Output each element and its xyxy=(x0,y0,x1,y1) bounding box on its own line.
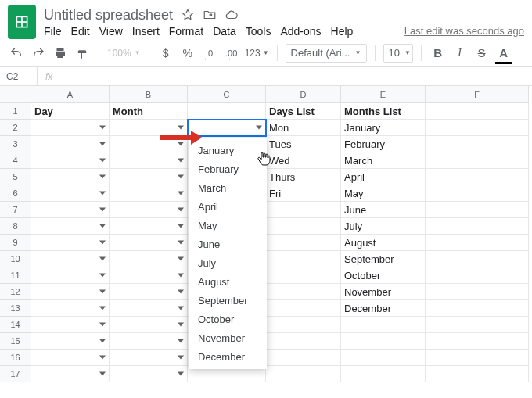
cell-D1[interactable]: Days List xyxy=(266,103,341,120)
cell-C1[interactable] xyxy=(188,103,266,120)
cell-D16[interactable] xyxy=(266,350,341,366)
move-folder-icon[interactable] xyxy=(203,8,217,22)
dropdown-arrow-icon[interactable] xyxy=(99,192,106,195)
dropdown-option[interactable]: May xyxy=(189,216,267,235)
cell-B2[interactable] xyxy=(110,120,188,136)
cell-E6[interactable]: May xyxy=(341,185,426,202)
dropdown-arrow-icon[interactable] xyxy=(99,241,106,245)
col-header[interactable]: F xyxy=(426,86,529,103)
dropdown-option[interactable]: June xyxy=(189,235,267,253)
cell-A4[interactable] xyxy=(31,152,110,169)
cell-D6[interactable]: Fri xyxy=(266,185,341,202)
dropdown-arrow-icon[interactable] xyxy=(99,159,106,163)
cell-D9[interactable] xyxy=(266,235,341,251)
dropdown-arrow-icon[interactable] xyxy=(99,224,106,228)
cell-D10[interactable] xyxy=(266,251,341,267)
last-edit-link[interactable]: Last edit was seconds ago xyxy=(404,25,524,37)
row-header[interactable]: 9 xyxy=(0,235,31,251)
cell-A7[interactable] xyxy=(31,202,110,218)
row-header[interactable]: 3 xyxy=(0,136,31,152)
increase-decimal-button[interactable]: .00→ xyxy=(223,45,240,62)
cell-F5[interactable] xyxy=(426,169,529,185)
cell-F7[interactable] xyxy=(426,202,529,218)
row-header[interactable]: 2 xyxy=(0,120,31,136)
dropdown-arrow-icon[interactable] xyxy=(178,339,184,343)
cell-A10[interactable] xyxy=(31,251,110,267)
cell-A16[interactable] xyxy=(31,350,110,366)
dropdown-arrow-icon[interactable] xyxy=(178,241,184,245)
undo-button[interactable] xyxy=(8,45,25,62)
dropdown-arrow-icon[interactable] xyxy=(99,175,106,179)
cell-B11[interactable] xyxy=(110,267,188,284)
dropdown-arrow-icon[interactable] xyxy=(256,126,262,130)
dropdown-arrow-icon[interactable] xyxy=(99,356,106,360)
dropdown-arrow-icon[interactable] xyxy=(178,274,184,278)
cell-B4[interactable] xyxy=(110,152,188,169)
cell-A13[interactable] xyxy=(31,300,110,317)
cell-B1[interactable]: Month xyxy=(110,103,188,120)
strikethrough-button[interactable]: S xyxy=(473,45,491,62)
cell-A17[interactable] xyxy=(31,366,110,382)
col-header[interactable]: A xyxy=(31,86,110,103)
dropdown-option[interactable]: October xyxy=(189,310,267,328)
cell-F1[interactable] xyxy=(426,103,529,120)
cell-D5[interactable]: Thurs xyxy=(266,169,341,185)
cell-B15[interactable] xyxy=(110,333,188,350)
dropdown-arrow-icon[interactable] xyxy=(99,323,106,327)
cell-E7[interactable]: June xyxy=(341,202,426,218)
bold-button[interactable]: B xyxy=(430,45,447,62)
dropdown-option[interactable]: September xyxy=(189,291,267,310)
cell-E1[interactable]: Months List xyxy=(341,103,426,120)
dropdown-option[interactable]: July xyxy=(189,253,267,272)
col-header[interactable]: D xyxy=(266,86,341,103)
menu-tools[interactable]: Tools xyxy=(246,25,271,38)
cell-F14[interactable] xyxy=(426,317,529,333)
dropdown-arrow-icon[interactable] xyxy=(178,323,184,327)
cell-B16[interactable] xyxy=(110,350,188,366)
select-all-corner[interactable] xyxy=(0,86,31,103)
cell-B12[interactable] xyxy=(110,284,188,300)
cell-D13[interactable] xyxy=(266,300,341,317)
dropdown-arrow-icon[interactable] xyxy=(99,257,106,261)
menu-file[interactable]: File xyxy=(44,25,62,38)
cell-D7[interactable] xyxy=(266,202,341,218)
cell-D12[interactable] xyxy=(266,284,341,300)
cell-F11[interactable] xyxy=(426,267,529,284)
menu-edit[interactable]: Edit xyxy=(71,25,90,38)
menu-format[interactable]: Format xyxy=(169,25,203,38)
row-header[interactable]: 10 xyxy=(0,251,31,267)
cell-B8[interactable] xyxy=(110,218,188,235)
cell-B7[interactable] xyxy=(110,202,188,218)
dropdown-option[interactable]: December xyxy=(189,347,267,366)
dropdown-arrow-icon[interactable] xyxy=(99,126,106,130)
italic-button[interactable]: I xyxy=(451,45,469,62)
row-header[interactable]: 4 xyxy=(0,152,31,169)
cell-F13[interactable] xyxy=(426,300,529,317)
dropdown-option[interactable]: February xyxy=(189,160,267,178)
row-header[interactable]: 14 xyxy=(0,317,31,333)
cell-F15[interactable] xyxy=(426,333,529,350)
row-header[interactable]: 1 xyxy=(0,103,31,120)
cell-A1[interactable]: Day xyxy=(31,103,110,120)
dropdown-arrow-icon[interactable] xyxy=(178,175,184,179)
cell-D2[interactable]: Mon xyxy=(266,120,341,136)
number-format-dropdown[interactable]: 123▼ xyxy=(245,45,269,62)
percent-button[interactable]: % xyxy=(179,45,196,62)
cell-A3[interactable] xyxy=(31,136,110,152)
cell-A5[interactable] xyxy=(31,169,110,185)
cell-D14[interactable] xyxy=(266,317,341,333)
sheets-app-icon[interactable] xyxy=(8,5,36,39)
dropdown-arrow-icon[interactable] xyxy=(99,339,106,343)
cell-D8[interactable] xyxy=(266,218,341,235)
row-header[interactable]: 15 xyxy=(0,333,31,350)
row-header[interactable]: 11 xyxy=(0,267,31,284)
star-icon[interactable] xyxy=(181,8,195,22)
cell-E14[interactable] xyxy=(341,317,426,333)
dropdown-arrow-icon[interactable] xyxy=(178,159,184,163)
dropdown-arrow-icon[interactable] xyxy=(178,142,184,146)
dropdown-option[interactable]: August xyxy=(189,272,267,291)
row-header[interactable]: 8 xyxy=(0,218,31,235)
paint-format-button[interactable] xyxy=(74,45,91,62)
dropdown-arrow-icon[interactable] xyxy=(178,192,184,195)
cell-E5[interactable]: April xyxy=(341,169,426,185)
